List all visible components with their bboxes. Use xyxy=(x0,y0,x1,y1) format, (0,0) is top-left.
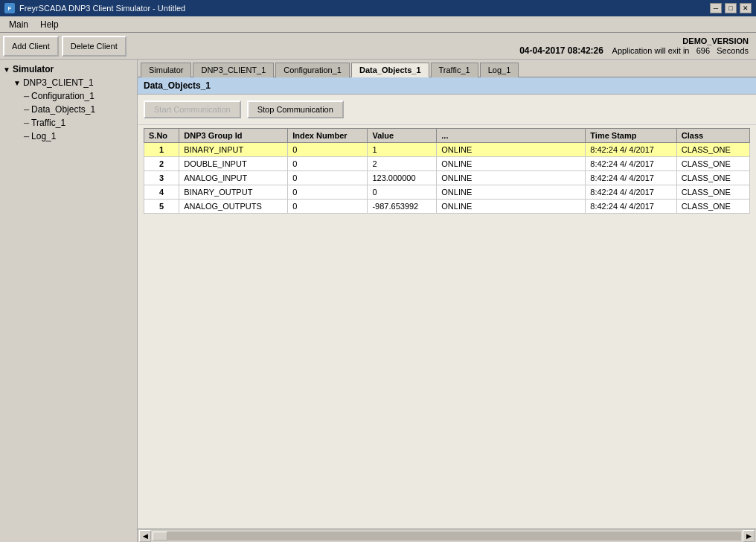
exit-info-label: Application will exit in 696 Seconds xyxy=(612,46,749,55)
data-table: S.No DNP3 Group Id Index Number Value ..… xyxy=(144,128,750,214)
sidebar-item-data-objects[interactable]: ─Data_Objects_1 xyxy=(3,103,134,116)
tab-data-objects[interactable]: Data_Objects_1 xyxy=(351,63,429,77)
toolbar-left: Add Client Delete Client xyxy=(3,36,126,57)
stop-communication-button[interactable]: Stop Communication xyxy=(247,101,344,118)
menu-main[interactable]: Main xyxy=(3,18,34,31)
titlebar-controls[interactable]: ─ □ ✕ xyxy=(710,3,752,13)
tree-simulator[interactable]: ▼Simulator xyxy=(3,63,134,76)
main-area: ▼Simulator ▼DNP3_CLIENT_1 ─Configuration… xyxy=(0,60,756,542)
tab-configuration[interactable]: Configuration_1 xyxy=(275,63,350,77)
tab-log[interactable]: Log_1 xyxy=(480,63,519,77)
tab-traffic[interactable]: Traffic_1 xyxy=(431,63,478,77)
tree-dnp3-client[interactable]: ▼DNP3_CLIENT_1 xyxy=(3,76,134,89)
scroll-right-arrow[interactable]: ▶ xyxy=(743,530,755,542)
panel-header: Data_Objects_1 xyxy=(138,77,756,95)
titlebar-left: F FreyrSCADA DNP3 Client Simulator - Unt… xyxy=(4,3,185,13)
tab-simulator[interactable]: Simulator xyxy=(141,63,191,77)
toolbar-info: DEMO_VERSION 04-04-2017 08:42:26 Applica… xyxy=(519,36,753,56)
scroll-thumb[interactable] xyxy=(153,532,167,541)
panel-toolbar: Start Communication Stop Communication xyxy=(138,95,756,125)
start-communication-button[interactable]: Start Communication xyxy=(144,101,241,118)
col-value: Value xyxy=(368,129,437,143)
minimize-button[interactable]: ─ xyxy=(710,3,722,13)
scroll-left-arrow[interactable]: ◀ xyxy=(139,530,151,542)
demo-version-label: DEMO_VERSION xyxy=(682,36,749,45)
datetime-label: 04-04-2017 08:42:26 xyxy=(519,45,603,56)
horizontal-scrollbar[interactable]: ◀ ▶ xyxy=(138,529,756,542)
table-row[interactable]: 4BINARY_OUTPUT00ONLINE8:42:24 4/ 4/2017C… xyxy=(144,185,750,200)
col-extra: ... xyxy=(437,129,586,143)
menubar: Main Help xyxy=(0,16,756,33)
col-class: Class xyxy=(676,129,749,143)
app-icon: F xyxy=(4,3,15,13)
content-area: Simulator DNP3_CLIENT_1 Configuration_1 … xyxy=(138,60,756,542)
tab-bar: Simulator DNP3_CLIENT_1 Configuration_1 … xyxy=(138,60,756,77)
table-row[interactable]: 2DOUBLE_INPUT02ONLINE8:42:24 4/ 4/2017CL… xyxy=(144,157,750,171)
data-table-container: S.No DNP3 Group Id Index Number Value ..… xyxy=(138,125,756,529)
sidebar-item-log[interactable]: ─Log_1 xyxy=(3,130,134,143)
panel: Data_Objects_1 Start Communication Stop … xyxy=(138,77,756,542)
toolbar: Add Client Delete Client DEMO_VERSION 04… xyxy=(0,33,756,60)
col-sno: S.No xyxy=(144,129,179,143)
tab-dnp3-client[interactable]: DNP3_CLIENT_1 xyxy=(193,63,274,77)
sidebar: ▼Simulator ▼DNP3_CLIENT_1 ─Configuration… xyxy=(0,60,138,542)
table-row[interactable]: 5ANALOG_OUTPUTS0-987.653992ONLINE8:42:24… xyxy=(144,200,750,214)
titlebar-title: FreyrSCADA DNP3 Client Simulator - Untit… xyxy=(19,4,185,13)
sidebar-item-configuration[interactable]: ─Configuration_1 xyxy=(3,89,134,103)
close-button[interactable]: ✕ xyxy=(740,3,752,13)
col-index: Index Number xyxy=(288,129,368,143)
table-row[interactable]: 1BINARY_INPUT01ONLINE8:42:24 4/ 4/2017CL… xyxy=(144,143,750,157)
titlebar: F FreyrSCADA DNP3 Client Simulator - Unt… xyxy=(0,0,756,16)
col-timestamp: Time Stamp xyxy=(586,129,677,143)
col-group-id: DNP3 Group Id xyxy=(179,129,288,143)
menu-help[interactable]: Help xyxy=(34,18,65,31)
maximize-button[interactable]: □ xyxy=(725,3,737,13)
add-client-button[interactable]: Add Client xyxy=(3,36,59,57)
table-row[interactable]: 3ANALOG_INPUT0123.000000ONLINE8:42:24 4/… xyxy=(144,171,750,185)
scroll-track[interactable] xyxy=(153,532,741,541)
delete-client-button[interactable]: Delete Client xyxy=(62,36,126,57)
sidebar-item-traffic[interactable]: ─Traffic_1 xyxy=(3,116,134,130)
